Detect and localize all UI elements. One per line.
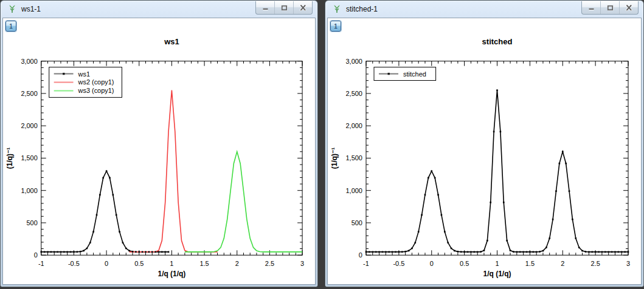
- rect: [467, 251, 469, 253]
- chart-title: stitched: [482, 37, 513, 46]
- rect: [490, 202, 491, 203]
- x-tick-label: 2: [561, 260, 564, 267]
- mantid-plant-icon: [7, 4, 17, 14]
- series-line-ws3 (copy1): [185, 152, 302, 252]
- x-tick-label: -0.5: [393, 260, 404, 267]
- rect: [60, 251, 62, 253]
- rect: [161, 251, 163, 253]
- x-tick-label: 1.5: [525, 260, 535, 267]
- rect: [585, 251, 587, 253]
- rect: [50, 251, 52, 253]
- rect: [611, 251, 613, 253]
- rect: [125, 248, 127, 250]
- rect: [601, 251, 603, 253]
- window-title: ws1-1: [21, 5, 41, 13]
- legend-marker-sample: [388, 73, 390, 75]
- rect: [102, 177, 104, 179]
- rect: [142, 251, 144, 253]
- chart-title: ws1: [164, 37, 179, 46]
- close-icon: [625, 4, 632, 11]
- y-tick-label: 2,000: [345, 122, 362, 129]
- rect: [106, 170, 108, 172]
- layer-1-button[interactable]: 1: [5, 21, 16, 32]
- rect: [618, 251, 620, 253]
- layer-1-button[interactable]: 1: [330, 21, 341, 32]
- y-tick-label: 0: [34, 251, 38, 259]
- rect: [70, 251, 72, 253]
- rect: [457, 251, 459, 253]
- series-markers-ws1: [40, 170, 169, 253]
- rect: [598, 251, 600, 253]
- rect: [66, 251, 68, 253]
- rect: [473, 251, 475, 253]
- chart-stitched[interactable]: stitched-1-0.500.511.522.5305001,0001,50…: [328, 18, 641, 284]
- maximize-button[interactable]: [601, 1, 620, 14]
- rect: [572, 219, 573, 220]
- rect: [581, 250, 583, 252]
- rect: [628, 251, 629, 253]
- restore-icon: [281, 5, 288, 11]
- y-tick-label: 500: [351, 219, 362, 226]
- close-button[interactable]: [620, 1, 638, 14]
- minimize-button[interactable]: [256, 1, 275, 14]
- rect: [496, 89, 498, 91]
- rect: [591, 251, 593, 253]
- x-tick-label: 0: [430, 260, 434, 267]
- rect: [522, 251, 524, 253]
- minimize-icon: [588, 5, 595, 11]
- rect: [477, 251, 479, 253]
- y-tick-label: 3,000: [21, 58, 37, 65]
- chart-ws1[interactable]: ws1-1-0.500.511.522.5305001,0001,5002,00…: [3, 18, 315, 284]
- rect: [428, 177, 429, 179]
- legend-label: ws3 (copy1): [78, 87, 114, 94]
- rect: [447, 242, 449, 243]
- rect: [392, 251, 393, 253]
- x-tick-label: 2.5: [590, 260, 600, 267]
- y-tick-label: 1,000: [345, 187, 362, 194]
- rect: [608, 251, 609, 253]
- rect: [460, 251, 462, 253]
- legend-label: ws1: [78, 70, 90, 78]
- rect: [444, 231, 446, 233]
- x-tick-label: 1: [495, 260, 499, 267]
- rect: [398, 251, 400, 253]
- rect: [86, 248, 88, 250]
- rect: [434, 177, 436, 179]
- rect: [555, 190, 557, 192]
- legend: ws1ws2 (copy1)ws3 (copy1): [49, 67, 122, 98]
- minimize-button[interactable]: [582, 1, 601, 14]
- rect: [401, 251, 403, 253]
- y-tick-label: 1,000: [21, 187, 37, 194]
- rect: [575, 237, 577, 239]
- series-line-ws1: [41, 171, 168, 252]
- rect: [145, 251, 147, 253]
- maximize-button[interactable]: [275, 1, 294, 14]
- caption-button-group: [255, 1, 313, 15]
- series-line-stitched: [366, 90, 628, 252]
- rect: [92, 231, 94, 233]
- y-tick-label: 2,500: [21, 90, 37, 97]
- rect: [493, 131, 495, 132]
- rect: [424, 194, 426, 196]
- x-tick-label: 2: [235, 260, 239, 267]
- y-tick-label: 1,500: [345, 154, 362, 162]
- close-button[interactable]: [294, 1, 312, 14]
- rect: [148, 251, 150, 253]
- y-tick-label: 2,500: [345, 90, 362, 97]
- rect: [451, 248, 452, 250]
- window-stitched-1: stitched-1 1 stitched-1-0.500.511.522.53…: [325, 0, 644, 287]
- rect: [480, 251, 482, 253]
- rect: [382, 251, 384, 253]
- x-tick-label: 0.5: [460, 260, 469, 267]
- legend-label: ws2 (copy1): [78, 79, 114, 86]
- x-tick-label: 3: [626, 260, 630, 267]
- rect: [595, 251, 597, 253]
- rect: [578, 246, 580, 248]
- window-ws1-1: ws1-1 1 ws1-1-0.500.511.522.5305001,0001…: [0, 0, 318, 287]
- legend: stitched: [374, 67, 436, 81]
- graph-canvas: 1 stitched-1-0.500.511.522.5305001,0001,…: [327, 18, 642, 285]
- rect: [80, 251, 81, 253]
- rect: [470, 251, 472, 253]
- rect: [96, 214, 98, 216]
- rect: [119, 231, 120, 233]
